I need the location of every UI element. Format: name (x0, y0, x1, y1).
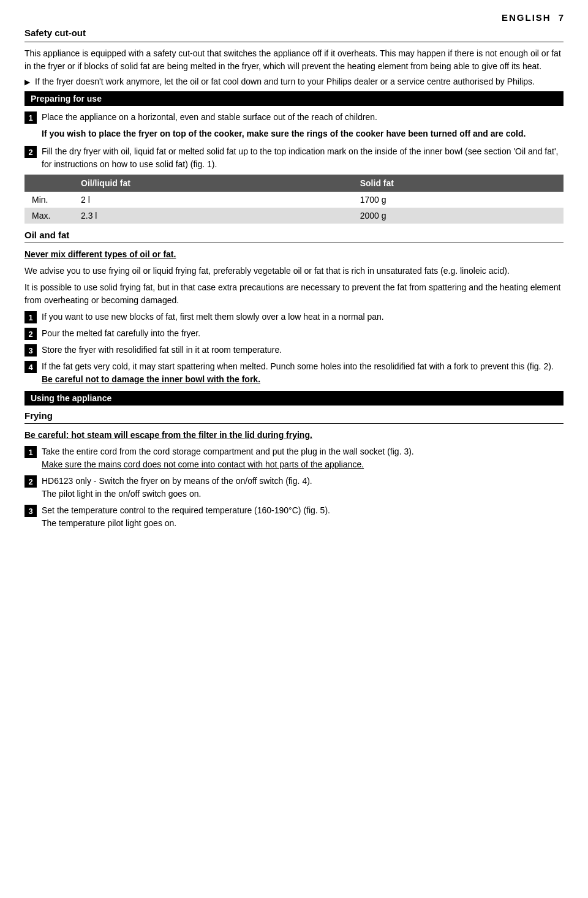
using-item2-text: HD6123 only - Switch the fryer on by mea… (42, 475, 312, 500)
using-item2-note: The pilot light in the on/off switch goe… (42, 489, 201, 499)
oil-num-badge-1: 1 (24, 311, 37, 323)
table-row: Max. 2.3 l 2000 g (24, 208, 564, 224)
safety-cutout-section: Safety cut-out This appliance is equippe… (24, 28, 564, 86)
using-item1-text: Take the entire cord from the cord stora… (42, 445, 414, 471)
preparing-for-use-section: Preparing for use 1 Place the appliance … (24, 91, 564, 224)
table-col-oil: Oil/liquid fat (74, 175, 353, 192)
oil-fat-item2-text: Pour the melted fat carefully into the f… (42, 327, 200, 340)
table-col-solid: Solid fat (353, 175, 564, 192)
using-item1: 1 Take the entire cord from the cord sto… (24, 445, 564, 471)
oil-fat-item4-note: Be careful not to damage the inner bowl … (42, 374, 260, 384)
divider-safety (24, 42, 564, 42)
language-label: ENGLISH (502, 12, 551, 23)
oil-and-fat-section: Oil and fat Never mix different types of… (24, 230, 564, 386)
table-col-empty (24, 175, 74, 192)
oil-fat-item2: 2 Pour the melted fat carefully into the… (24, 327, 564, 340)
preparing-item2-text: Fill the dry fryer with oil, liquid fat … (42, 145, 564, 171)
oil-fat-item4: 4 If the fat gets very cold, it may star… (24, 360, 564, 386)
oil-num-badge-2: 2 (24, 328, 37, 340)
page-header: ENGLISH 7 (24, 12, 564, 23)
using-item2: 2 HD6123 only - Switch the fryer on by m… (24, 475, 564, 500)
using-item1-note: Make sure the mains cord does not come i… (42, 459, 364, 469)
safety-cutout-bullet1: ▶ If the fryer doesn't work anymore, let… (24, 77, 564, 86)
oil-fat-item1-text: If you want to use new blocks of fat, fi… (42, 311, 384, 323)
using-appliance-section: Using the appliance Frying Be careful: h… (24, 391, 564, 530)
using-item3-note: The temperature pilot light goes on. (42, 518, 176, 528)
num-badge-2: 2 (24, 146, 37, 158)
using-item3: 3 Set the temperature control to the req… (24, 504, 564, 530)
preparing-item2: 2 Fill the dry fryer with oil, liquid fa… (24, 145, 564, 171)
frying-subheader: Frying (24, 410, 564, 421)
page-number: 7 (559, 12, 564, 23)
oil-fat-item3: 3 Store the fryer with resolidified fat … (24, 344, 564, 357)
bullet-triangle-icon: ▶ (24, 78, 30, 86)
table-cell-oil: 2.3 l (74, 208, 353, 224)
table-cell-label: Max. (24, 208, 74, 224)
frying-warning: Be careful: hot steam will escape from t… (24, 429, 564, 442)
safety-cutout-title: Safety cut-out (24, 28, 564, 38)
using-num-badge-2: 2 (24, 475, 37, 488)
divider-oil (24, 243, 564, 243)
safety-cutout-bullet1-text: If the fryer doesn't work anymore, let t… (35, 77, 535, 86)
using-num-badge-3: 3 (24, 505, 37, 517)
oil-fat-item4-text: If the fat gets very cold, it may start … (42, 360, 554, 386)
oil-fat-para1: We advise you to use frying oil or liqui… (24, 265, 564, 277)
fat-table: Oil/liquid fat Solid fat Min. 2 l 1700 g… (24, 175, 564, 224)
table-cell-oil: 2 l (74, 192, 353, 208)
preparing-item1-text: Place the appliance on a horizontal, eve… (42, 111, 377, 124)
num-badge-1: 1 (24, 111, 37, 124)
using-appliance-header: Using the appliance (24, 391, 564, 406)
oil-num-badge-3: 3 (24, 344, 37, 357)
preparing-item1-note: If you wish to place the fryer on top of… (42, 127, 564, 140)
oil-fat-para2: It is possible to use solid frying fat, … (24, 281, 564, 307)
preparing-item1: 1 Place the appliance on a horizontal, e… (24, 111, 564, 124)
using-item3-text: Set the temperature control to the requi… (42, 504, 330, 530)
using-num-badge-1: 1 (24, 446, 37, 458)
oil-fat-title: Oil and fat (24, 230, 564, 240)
oil-fat-underline-warning: Never mix different types of oil or fat. (24, 248, 564, 261)
table-row: Min. 2 l 1700 g (24, 192, 564, 208)
oil-num-badge-4: 4 (24, 361, 37, 373)
preparing-header: Preparing for use (24, 91, 564, 106)
oil-fat-item3-text: Store the fryer with resolidified fat st… (42, 344, 282, 357)
table-cell-solid: 1700 g (353, 192, 564, 208)
table-cell-solid: 2000 g (353, 208, 564, 224)
table-cell-label: Min. (24, 192, 74, 208)
divider-frying (24, 423, 564, 424)
safety-cutout-para1: This appliance is equipped with a safety… (24, 47, 564, 73)
oil-fat-item1: 1 If you want to use new blocks of fat, … (24, 311, 564, 323)
